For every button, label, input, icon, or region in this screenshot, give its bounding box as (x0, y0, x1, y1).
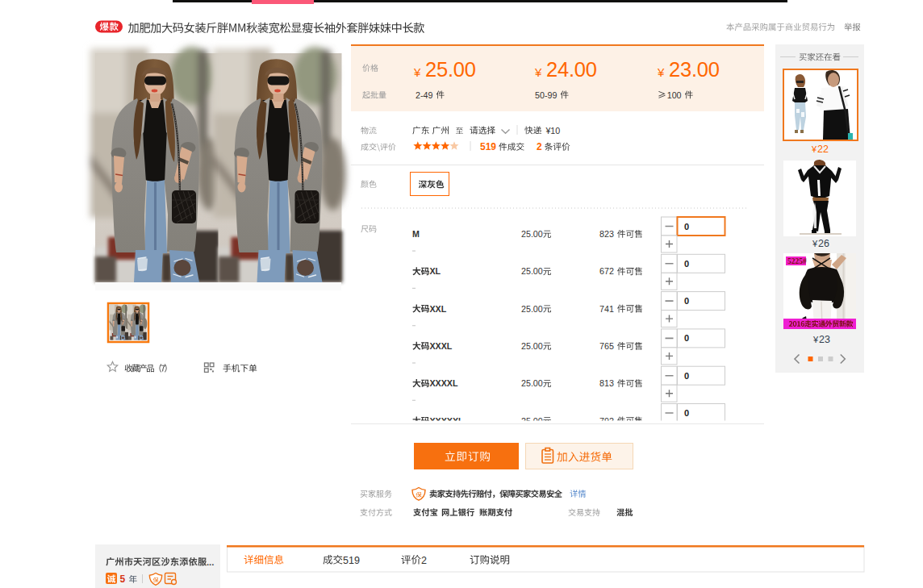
svg-text:765: 765 (599, 341, 614, 351)
svg-text:23.00: 23.00 (669, 58, 720, 81)
svg-text:2-49: 2-49 (416, 90, 432, 100)
svg-text:672: 672 (599, 266, 614, 276)
svg-text:25.00: 25.00 (521, 266, 543, 276)
svg-text:XXXL: XXXL (429, 341, 452, 351)
svg-text:0: 0 (684, 408, 689, 418)
svg-text:2: 2 (537, 141, 542, 152)
svg-text:5: 5 (120, 573, 126, 585)
svg-text:0: 0 (684, 222, 689, 231)
svg-text:¥: ¥ (812, 335, 819, 344)
svg-text:¥: ¥ (413, 65, 421, 79)
svg-text:519: 519 (343, 555, 360, 566)
svg-text:741: 741 (599, 304, 614, 314)
svg-text:25.00: 25.00 (521, 378, 543, 388)
svg-text:0: 0 (684, 333, 689, 343)
svg-text:50-99: 50-99 (535, 90, 557, 100)
svg-text:100: 100 (667, 90, 682, 100)
svg-text:26: 26 (818, 238, 829, 249)
svg-text:M: M (412, 229, 420, 239)
svg-text:0: 0 (684, 296, 689, 306)
svg-text:25.00: 25.00 (521, 304, 543, 314)
svg-text:¥: ¥ (811, 144, 817, 154)
svg-text:25.00: 25.00 (521, 229, 543, 239)
svg-text:25.00: 25.00 (425, 58, 476, 81)
svg-text:813: 813 (599, 378, 614, 388)
svg-text:10: 10 (550, 126, 560, 136)
svg-text:¥: ¥ (812, 239, 818, 248)
svg-text:¥: ¥ (657, 65, 665, 79)
svg-text:25.00: 25.00 (521, 341, 543, 351)
svg-text:...: ... (207, 557, 214, 567)
svg-text:XL: XL (429, 266, 441, 276)
svg-text:¥: ¥ (534, 65, 542, 79)
svg-text:2: 2 (421, 555, 427, 566)
svg-text:0: 0 (684, 259, 689, 269)
svg-text:22: 22 (817, 144, 829, 155)
svg-text:23: 23 (819, 334, 830, 345)
svg-text:0: 0 (684, 371, 689, 381)
svg-text:¥: ¥ (545, 126, 550, 136)
svg-text:XXXXL: XXXXL (429, 378, 458, 388)
svg-text:823: 823 (599, 229, 614, 239)
svg-text:24.00: 24.00 (546, 58, 597, 81)
svg-text:519: 519 (480, 141, 496, 152)
svg-text:XXL: XXL (429, 304, 446, 314)
